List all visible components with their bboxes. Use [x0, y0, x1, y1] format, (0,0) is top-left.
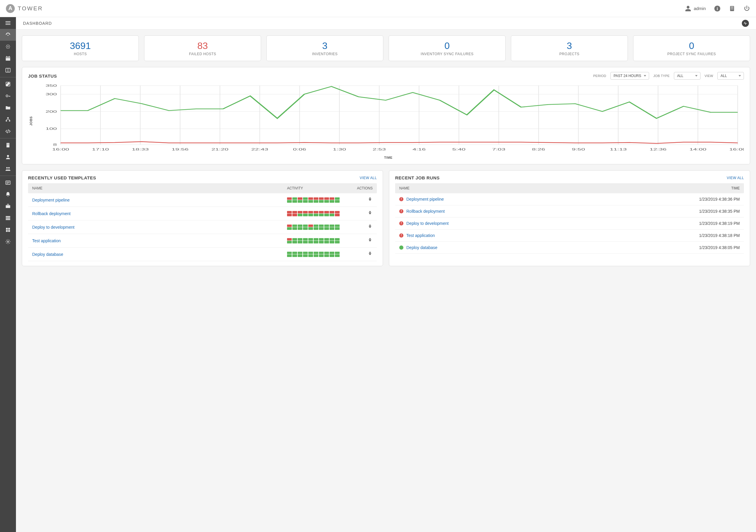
activity-spark [292, 197, 297, 203]
launch-button[interactable] [367, 198, 373, 203]
svg-rect-37 [8, 230, 10, 232]
activity-spark [335, 224, 339, 230]
stat-card[interactable]: 0 INVENTORY SYNC FAILURES [389, 36, 505, 61]
svg-rect-13 [7, 56, 7, 57]
svg-text:22:43: 22:43 [251, 147, 268, 151]
status-dot-icon [399, 245, 403, 250]
stat-card[interactable]: 3 INVENTORIES [266, 36, 383, 61]
svg-point-7 [10, 46, 10, 47]
nav-instance-groups[interactable] [0, 212, 16, 224]
template-link[interactable]: Deploy to development [32, 225, 74, 230]
job-time: 1/23/2019 4:38:05 PM [684, 245, 740, 250]
template-link[interactable]: Deploy database [32, 252, 63, 257]
nav-applications[interactable] [0, 224, 16, 236]
user-menu[interactable]: admin [685, 5, 706, 12]
svg-text:300: 300 [45, 92, 57, 96]
stat-card[interactable]: 3 PROJECTS [511, 36, 628, 61]
svg-rect-33 [6, 219, 10, 220]
activity-spark [308, 224, 313, 230]
power-icon[interactable] [743, 5, 750, 12]
svg-text:19:56: 19:56 [172, 147, 189, 151]
svg-rect-31 [6, 216, 10, 217]
brand-text: TOWER [18, 5, 43, 12]
activity-spark [335, 252, 339, 257]
brand[interactable]: A TOWER [6, 4, 43, 13]
job-row: Deploy database 1/23/2019 4:38:05 PM [395, 242, 744, 254]
nav-users[interactable] [0, 151, 16, 163]
jobtype-select[interactable]: ALL [674, 72, 700, 80]
job-link[interactable]: Deployment pipeline [406, 197, 444, 202]
nav-jobs[interactable] [0, 41, 16, 53]
nav-credentials[interactable] [0, 90, 16, 102]
stat-value: 0 [636, 40, 747, 51]
nav-management-jobs[interactable] [0, 200, 16, 212]
job-link[interactable]: Rollback deployment [406, 209, 445, 214]
svg-text:12:36: 12:36 [650, 147, 667, 151]
svg-rect-24 [7, 144, 8, 145]
template-link[interactable]: Test application [32, 239, 61, 243]
activity-spark [319, 197, 324, 203]
nav-inventories[interactable] [0, 114, 16, 125]
nav-templates[interactable] [0, 78, 16, 90]
activity-spark [313, 252, 318, 257]
job-link[interactable]: Deploy database [406, 245, 437, 250]
activity-spark [313, 238, 318, 243]
nav-projects[interactable] [0, 102, 16, 114]
top-header: A TOWER admin i [0, 0, 756, 17]
activity-stream-icon[interactable] [742, 20, 749, 27]
svg-rect-30 [6, 205, 10, 208]
activity-spark [319, 238, 324, 243]
activity-spark [330, 238, 334, 243]
nav-schedules[interactable] [0, 53, 16, 64]
activity-spark [319, 252, 324, 257]
launch-button[interactable] [367, 239, 373, 244]
nav-organizations[interactable] [0, 139, 16, 151]
nav-settings[interactable] [0, 236, 16, 247]
nav-dashboard[interactable] [0, 29, 16, 41]
info-icon[interactable]: i [714, 5, 720, 12]
period-select[interactable]: PAST 24 HOURS [610, 72, 649, 80]
template-row: Deploy to development [28, 220, 377, 234]
activity-spark [335, 211, 339, 216]
nav-credential-types[interactable] [0, 177, 16, 189]
template-link[interactable]: Deployment pipeline [32, 198, 70, 202]
recent-jobs-title: RECENT JOB RUNS [395, 175, 440, 180]
activity-spark [287, 211, 292, 216]
stat-value: 3 [514, 40, 625, 51]
svg-text:17:10: 17:10 [92, 147, 109, 151]
stat-card[interactable]: 3691 HOSTS [22, 36, 139, 61]
job-link[interactable]: Test application [406, 233, 435, 238]
launch-button[interactable] [367, 253, 373, 257]
nav-notifications[interactable] [0, 189, 16, 200]
nav-inventory-scripts[interactable] [0, 125, 16, 137]
templates-view-all-link[interactable]: VIEW ALL [360, 176, 377, 180]
svg-point-6 [6, 46, 7, 47]
activity-spark [298, 224, 302, 230]
stat-card[interactable]: 0 PROJECT SYNC FAILURES [633, 36, 750, 61]
job-time: 1/23/2019 4:38:18 PM [684, 233, 740, 238]
nav-portal[interactable] [0, 64, 16, 76]
sidebar-toggle[interactable] [0, 17, 16, 29]
activity-spark [298, 238, 302, 243]
template-row: Deploy database [28, 247, 377, 261]
launch-button[interactable] [367, 212, 373, 216]
stat-card[interactable]: 83 FAILED HOSTS [144, 36, 261, 61]
job-time: 1/23/2019 4:38:19 PM [684, 221, 740, 226]
view-select[interactable]: ALL [717, 72, 744, 80]
job-link[interactable]: Deploy to development [406, 221, 448, 226]
launch-button[interactable] [367, 225, 373, 230]
template-row: Rollback deployment [28, 207, 377, 220]
jobs-view-all-link[interactable]: VIEW ALL [727, 176, 744, 180]
activity-spark [292, 252, 297, 257]
chart-ylabel: JOBS [28, 83, 33, 159]
job-status-panel: JOB STATUS PERIOD PAST 24 HOURS JOB TYPE… [22, 67, 750, 165]
template-link[interactable]: Rollback deployment [32, 211, 70, 216]
job-row: Deploy to development 1/23/2019 4:38:19 … [395, 217, 744, 230]
svg-rect-14 [9, 56, 10, 57]
docs-icon[interactable] [729, 5, 735, 12]
nav-teams[interactable] [0, 163, 16, 175]
activity-spark [330, 252, 334, 257]
stat-value: 3 [270, 40, 380, 51]
job-row: Test application 1/23/2019 4:38:18 PM [395, 230, 744, 242]
job-status-title: JOB STATUS [28, 73, 57, 79]
